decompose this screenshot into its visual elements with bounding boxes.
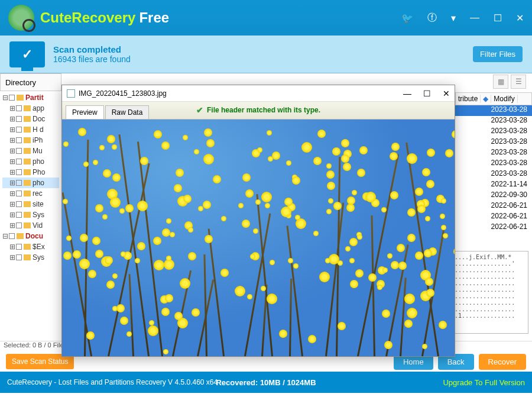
file-row-date[interactable]: 2023-03-28 bbox=[455, 169, 532, 180]
app-logo-icon bbox=[8, 5, 34, 31]
hex-preview: ....j.Exif..MM.* ................' .....… bbox=[452, 251, 528, 334]
tree-root-partitions[interactable]: Partit bbox=[25, 92, 44, 103]
file-date-list[interactable]: 2023-03-282023-03-282023-03-282023-03-28… bbox=[455, 105, 532, 233]
tree-item[interactable]: ⊞rec bbox=[2, 188, 59, 199]
file-row-date[interactable]: 2023-03-28 bbox=[455, 159, 532, 169]
app-edition: Free bbox=[139, 9, 169, 26]
file-row-date[interactable]: 2023-03-28 bbox=[455, 105, 532, 116]
tree-item[interactable]: ⊞H d bbox=[2, 124, 59, 135]
file-row-date[interactable]: 2023-03-28 bbox=[455, 137, 532, 148]
preview-close-icon[interactable]: ✕ bbox=[443, 89, 450, 98]
tree-item[interactable]: ⊞pho bbox=[2, 156, 59, 167]
footer-version: CuteRecovery - Lost Files and Partitions… bbox=[7, 378, 218, 386]
file-row-date[interactable]: 2022-09-30 bbox=[455, 191, 532, 201]
file-list-columns: tribute ◆ Modify 2023-03-282023-03-28202… bbox=[455, 92, 532, 233]
tree-root-documents[interactable]: Docu bbox=[25, 231, 43, 241]
scan-complete-icon: ✓ bbox=[9, 41, 45, 67]
file-row-date[interactable]: 2022-06-21 bbox=[455, 201, 532, 212]
app-name: CuteRecovery bbox=[40, 9, 135, 26]
directory-tab[interactable]: Directory bbox=[0, 73, 61, 91]
titlebar: CuteRecovery Free 🐦 ⓕ ▾ — ☐ ✕ bbox=[0, 0, 532, 36]
file-row-date[interactable]: 2023-03-28 bbox=[455, 116, 532, 127]
tree-item[interactable]: ⊞site bbox=[2, 199, 59, 209]
tree-item[interactable]: ⊞Mu bbox=[2, 146, 59, 156]
tree-item[interactable]: ⊞Doc bbox=[2, 114, 59, 124]
footer-bar: CuteRecovery - Lost Files and Partitions… bbox=[0, 372, 532, 393]
maximize-icon[interactable]: ☐ bbox=[494, 12, 502, 24]
file-row-date[interactable]: 2023-03-28 bbox=[455, 148, 532, 159]
dropdown-icon[interactable]: ▾ bbox=[451, 12, 456, 24]
tab-preview[interactable]: Preview bbox=[66, 105, 104, 119]
preview-maximize-icon[interactable]: ☐ bbox=[423, 89, 431, 98]
status-subtitle: 16943 files are found bbox=[53, 54, 131, 64]
status-banner: ✓ Scan completed 16943 files are found F… bbox=[0, 36, 532, 73]
file-row-date[interactable]: 2022-11-14 bbox=[455, 180, 532, 191]
preview-minimize-icon[interactable]: — bbox=[403, 89, 411, 98]
minimize-icon[interactable]: — bbox=[470, 12, 479, 23]
column-attribute[interactable]: tribute bbox=[456, 95, 481, 103]
preview-titlebar[interactable]: IMG_20220415_123803.jpg — ☐ ✕ bbox=[62, 85, 455, 102]
header-match-message: File header matched with its type. bbox=[196, 105, 320, 115]
filter-files-button[interactable]: Filter Files bbox=[473, 46, 523, 62]
tree-item[interactable]: ⊞Pho bbox=[2, 167, 59, 178]
tree-item[interactable]: ⊞Sys bbox=[2, 209, 59, 220]
tree-item[interactable]: ⊞iPh bbox=[2, 135, 59, 146]
preview-image bbox=[62, 120, 455, 356]
file-row-date[interactable]: 2022-06-21 bbox=[455, 212, 532, 222]
tree-item[interactable]: ⊞$Ex bbox=[2, 241, 59, 252]
upgrade-link[interactable]: Upgrade To Full Version bbox=[443, 378, 525, 387]
tree-item[interactable]: ⊞pho bbox=[2, 178, 59, 188]
file-row-date[interactable]: 2023-03-28 bbox=[455, 127, 532, 137]
tree-item[interactable]: ⊞Sys bbox=[2, 252, 59, 263]
preview-tabs: Preview Raw Data File header matched wit… bbox=[62, 102, 455, 120]
file-row-date[interactable]: 2022-06-21 bbox=[455, 222, 532, 233]
column-modify[interactable]: Modify bbox=[491, 95, 517, 103]
tree-item[interactable]: ⊞app bbox=[2, 103, 59, 114]
facebook-icon[interactable]: ⓕ bbox=[427, 12, 437, 24]
twitter-icon[interactable]: 🐦 bbox=[401, 12, 413, 24]
preview-window: IMG_20220415_123803.jpg — ☐ ✕ Preview Ra… bbox=[61, 85, 455, 357]
tree-item[interactable]: ⊞Vid bbox=[2, 220, 59, 231]
status-title: Scan completed bbox=[53, 44, 131, 54]
preview-filename: IMG_20220415_123803.jpg bbox=[79, 89, 167, 98]
footer-recovered: Recovered: 10MB / 1024MB bbox=[216, 378, 316, 387]
grid-view-icon[interactable]: ▦ bbox=[493, 75, 508, 89]
recover-button[interactable]: Recover bbox=[479, 354, 526, 370]
list-view-icon[interactable]: ☰ bbox=[511, 75, 526, 89]
tab-raw-data[interactable]: Raw Data bbox=[105, 105, 150, 119]
file-icon bbox=[67, 89, 75, 98]
directory-tree[interactable]: ⊟Partit ⊞app⊞Doc⊞H d⊞iPh⊞Mu⊞pho⊞Pho⊞pho⊞… bbox=[2, 92, 59, 263]
close-icon[interactable]: ✕ bbox=[516, 12, 524, 24]
